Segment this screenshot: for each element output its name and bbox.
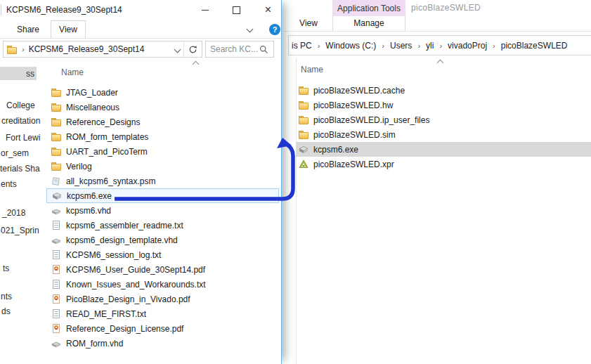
file-name: UART_and_PicoTerm (66, 147, 148, 157)
file-row[interactable]: picoBlazeSWLED.sim (296, 127, 591, 142)
file-row[interactable]: picoBlazeSWLED.cache (296, 83, 591, 98)
breadcrumb-users[interactable]: Users (390, 41, 412, 51)
address-dropdown-button[interactable] (171, 47, 183, 52)
breadcrumb-this-pc[interactable]: is PC (292, 41, 312, 51)
tab-view-left[interactable]: View (51, 20, 86, 38)
close-button[interactable]: × (252, 0, 284, 20)
file-row[interactable]: Known_Issues_and_Workarounds.txt (46, 277, 279, 292)
file-row[interactable]: picoBlazeSWLED.xpr (296, 157, 591, 171)
address-bar-right[interactable]: is PC › Windows (C:) › Users › yli › viv… (288, 35, 591, 56)
breadcrumb-windows-c[interactable]: Windows (C:) (325, 41, 376, 51)
search-input[interactable] (206, 44, 259, 54)
sidebar-item-quick-access[interactable]: ss (0, 67, 37, 80)
file-name: kcpsm6_assembler_readme.txt (66, 221, 183, 230)
sidebar-item[interactable]: creditation (1, 116, 40, 126)
file-row[interactable]: UART_and_PicoTerm (46, 144, 279, 159)
file-row[interactable]: kcpsm6_design_template.vhd (46, 233, 279, 247)
exe-file-icon (298, 144, 309, 155)
folder-icon (51, 117, 62, 128)
file-row[interactable]: KCPSM6_session_log.txt (46, 247, 279, 262)
folder-icon (6, 44, 17, 55)
file-name: Verilog (66, 162, 92, 171)
file-row[interactable]: Miscellaneous (46, 100, 279, 115)
ribbon-divider (0, 38, 281, 39)
pdf-file-icon (51, 294, 62, 305)
contextual-tab-application-tools[interactable]: Application Tools (332, 0, 405, 16)
file-name: kcpsm6.exe (313, 145, 358, 155)
file-row[interactable]: ROM_form.vhd (46, 336, 279, 351)
sidebar-item[interactable]: ts (3, 264, 9, 274)
file-name: kcpsm6_design_template.vhd (66, 235, 178, 245)
right-window-title: picoBlazeSWLED (411, 0, 481, 15)
tab-view-right[interactable]: View (292, 16, 325, 31)
sidebar-item[interactable]: ds (1, 306, 11, 317)
file-name: KCPSM6_session_log.txt (66, 250, 161, 260)
file-row[interactable]: Reference_Design_License.pdf (46, 321, 279, 336)
file-name: picoBlazeSWLED.xpr (313, 160, 394, 169)
file-name: ROM_form_templates (66, 132, 148, 142)
breadcrumb-vivadoproj[interactable]: vivadoProj (448, 41, 487, 51)
file-row[interactable]: picoBlazeSWLED.hw (296, 98, 591, 112)
search-icon[interactable] (259, 45, 268, 54)
file-row[interactable]: KCPSM6_User_Guide_30Sept14.pdf (46, 262, 279, 277)
file-row-selected[interactable]: kcpsm6.exe (296, 142, 591, 157)
sidebar-item[interactable]: terials Sha (0, 164, 40, 174)
contextual-tab-label: Application Tools (337, 4, 401, 13)
file-row[interactable]: Verilog (46, 159, 279, 174)
folder-icon (298, 100, 309, 111)
tab-manage[interactable]: Manage (332, 16, 405, 31)
folder-icon (298, 115, 309, 126)
refresh-button[interactable] (184, 45, 202, 54)
address-bar-left[interactable]: › KCPSM6_Release9_30Sept14 (3, 41, 202, 58)
breadcrumb-picoblazeswled[interactable]: picoBlazeSWLED (501, 41, 568, 51)
file-row[interactable]: READ_ME_FIRST.txt (46, 306, 279, 321)
sidebar-item[interactable]: College (6, 100, 35, 111)
file-name: ROM_form.vhd (66, 339, 123, 349)
sidebar-item[interactable]: Fort Lewi (6, 133, 40, 143)
psm-file-icon (51, 176, 62, 187)
maximize-icon (233, 6, 240, 14)
file-row[interactable]: picoBlazeSWLED.ip_user_files (296, 112, 591, 127)
file-row-selected[interactable]: kcpsm6.exe (46, 188, 279, 203)
sidebar-item[interactable]: or_sem (1, 148, 29, 159)
file-name: all_kcpsm6_syntax.psm (66, 176, 155, 186)
maximize-button[interactable] (221, 0, 252, 20)
sort-ascending-icon (193, 61, 200, 68)
help-icon: ? (273, 25, 278, 34)
sidebar-item[interactable]: _2018 (2, 208, 25, 219)
file-row[interactable]: kcpsm6.vhd (46, 203, 279, 218)
file-name: Miscellaneous (66, 103, 119, 112)
sort-ascending-icon (437, 60, 444, 67)
chevron-down-icon[interactable] (247, 26, 254, 33)
sidebar-item[interactable]: nts (1, 292, 12, 302)
file-row[interactable]: ROM_form_templates (46, 129, 279, 144)
txt-file-icon (51, 249, 62, 261)
folder-icon (51, 146, 62, 157)
sidebar-item[interactable]: 021_Sprin (1, 226, 39, 236)
column-header-name-left[interactable]: Name (61, 67, 84, 77)
pdf-file-icon (51, 264, 62, 275)
help-button[interactable]: ? (269, 24, 280, 35)
column-header-name-right[interactable]: Name (301, 65, 323, 74)
file-name: READ_ME_FIRST.txt (66, 309, 146, 319)
file-row[interactable]: Reference_Designs (46, 115, 279, 129)
breadcrumb-kcpsm6-release[interactable]: KCPSM6_Release9_30Sept14 (29, 44, 171, 54)
sidebar-item-label: ss (26, 69, 34, 79)
file-name: PicoBlaze_Design_in_Vivado.pdf (66, 294, 190, 304)
minimize-button[interactable] (189, 0, 221, 20)
breadcrumb-yli[interactable]: yli (426, 41, 434, 51)
file-row[interactable]: kcpsm6_assembler_readme.txt (46, 218, 279, 233)
sidebar-item[interactable]: ents (1, 179, 17, 190)
file-name: JTAG_Loader (66, 88, 118, 98)
breadcrumb-separator-icon: › (493, 41, 495, 50)
file-row[interactable]: all_kcpsm6_syntax.psm (46, 174, 279, 188)
file-row[interactable]: PicoBlaze_Design_in_Vivado.pdf (46, 292, 279, 306)
vhd-file-icon (51, 338, 62, 349)
left-window-title: KCPSM6_Release9_30Sept14 (6, 0, 122, 20)
vhd-file-icon (51, 235, 62, 246)
tab-share[interactable]: Share (17, 21, 39, 38)
folder-icon (51, 131, 62, 143)
breadcrumb-separator-icon: › (382, 41, 384, 50)
folder-icon (51, 87, 62, 98)
file-row[interactable]: JTAG_Loader (46, 85, 279, 100)
